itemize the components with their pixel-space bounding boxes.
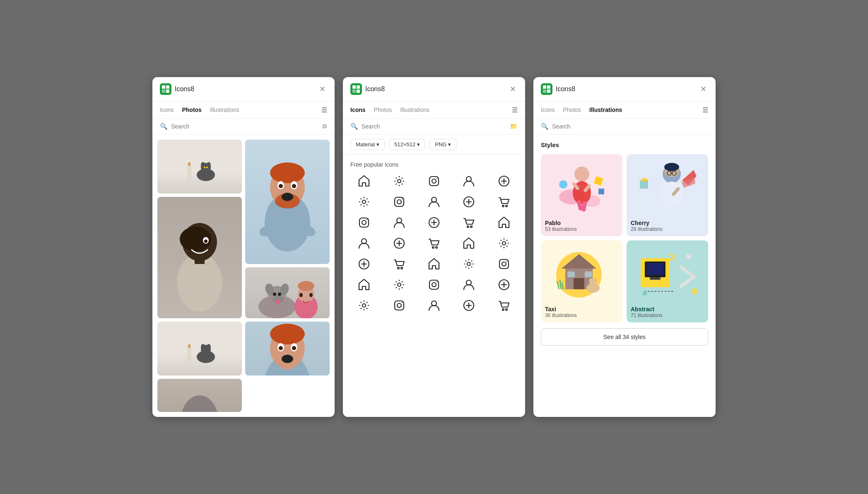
icon-plus5[interactable] [357,257,371,271]
icon-plus1[interactable] [497,174,511,188]
see-all-button[interactable]: See all 34 styles [541,328,708,346]
svg-rect-1 [166,85,169,89]
icon-plus4[interactable] [393,237,406,250]
icon-gear5[interactable] [393,278,406,291]
icon-gear6[interactable] [357,299,371,312]
tab-icons-p3[interactable]: Icons [541,106,555,114]
svg-rect-172 [643,291,647,295]
style-card-cherry[interactable]: Cherry 28 illustrations [627,154,708,236]
tab-icons-p2[interactable]: Icons [350,106,366,114]
tab-illustrations-p1[interactable]: Illustrations [210,106,239,114]
icon-gear3[interactable] [497,237,511,250]
icon-cart5[interactable] [497,299,511,312]
tab-illustrations-p2[interactable]: Illustrations [400,106,429,114]
icon-cart2[interactable] [462,216,475,229]
search-input-p2[interactable] [362,123,510,130]
menu-button-p3[interactable]: ☰ [702,106,708,114]
tab-photos-p1[interactable]: Photos [182,106,201,114]
icon-plus6[interactable] [497,278,511,291]
icon-instagram3[interactable] [357,216,371,229]
icon-instagram2[interactable] [393,195,406,208]
size-filter-btn[interactable]: 512×512 ▾ [389,139,425,150]
svg-point-130 [574,167,589,182]
icon-gear1[interactable] [393,174,406,188]
icon-user6[interactable] [427,299,441,312]
menu-button-p2[interactable]: ☰ [512,106,518,114]
icon-gear4[interactable] [462,257,475,271]
icon-user1[interactable] [462,174,475,188]
svg-point-41 [299,293,303,297]
tab-photos-p3[interactable]: Photos [563,106,581,114]
icon-cart3[interactable] [427,237,441,250]
tab-icons-p1[interactable]: Icons [160,106,174,114]
icon-plus7[interactable] [462,299,475,312]
svg-point-94 [432,247,434,248]
icon-user3[interactable] [393,216,406,229]
icon-home4[interactable] [427,257,441,271]
icon-instagram4[interactable] [497,257,511,271]
svg-point-10 [204,167,205,168]
tab-photos-p2[interactable]: Photos [374,106,392,114]
menu-button-p1[interactable]: ☰ [321,106,327,114]
icon-gear2[interactable] [357,195,371,208]
filter-icon-p1[interactable]: ⚙ [322,123,327,130]
svg-rect-165 [650,277,661,280]
svg-point-88 [467,226,469,228]
tab-illustrations-p3[interactable]: Illustrations [589,106,622,114]
icon-instagram5[interactable] [427,278,441,291]
pablo-info: Pablo 53 illustrations [541,216,622,236]
photo-cell-man3[interactable] [157,379,242,412]
svg-point-157 [589,278,593,283]
icon-home[interactable] [357,174,371,188]
style-card-taxi[interactable]: Taxi 36 illustrations [541,240,622,322]
icon-user5[interactable] [462,278,475,291]
svg-point-19 [279,184,283,188]
photo-cell-dogirl[interactable] [245,267,330,318]
icon-cart1[interactable] [497,195,511,208]
photo-cell-cat2[interactable] [157,322,242,375]
close-button-illus[interactable]: ✕ [699,83,708,95]
icon-instagram1[interactable] [427,174,441,188]
style-filter-btn[interactable]: Material ▾ [350,139,385,150]
photo-cell-man1[interactable] [245,140,330,264]
search-input-p3[interactable] [552,123,708,130]
photo-cell-man2[interactable] [245,322,330,375]
icon-plus2[interactable] [462,195,475,208]
folder-icon-p2[interactable]: 📁 [510,123,518,130]
svg-point-20 [292,184,296,188]
svg-rect-59 [352,85,356,89]
close-button[interactable]: ✕ [318,83,327,95]
search-input-p1[interactable] [171,123,322,130]
svg-rect-3 [166,90,169,93]
icon-home2[interactable] [497,216,511,229]
close-button-icons[interactable]: ✕ [508,83,518,95]
photo-cell-cat1[interactable] [157,140,242,194]
taxi-count: 36 illustrations [545,312,618,318]
svg-rect-148 [641,178,647,182]
svg-point-57 [282,355,293,363]
icon-home5[interactable] [357,278,371,291]
svg-rect-62 [357,90,360,93]
icon-cart4[interactable] [393,257,406,271]
style-card-abstract[interactable]: Abstract 71 illustrations [627,240,708,322]
icon-instagram6[interactable] [393,299,406,312]
logo-area-icons: Icons8 [350,83,385,95]
svg-rect-2 [162,90,165,93]
photo-cell-blackman[interactable] [157,197,242,318]
panel-header-illus: Icons8 ✕ [533,77,716,102]
icon-home3[interactable] [462,237,475,250]
nav-tabs-icons: Icons Photos Illustrations ☰ [343,102,525,119]
search-bar-p3: 🔍 [533,119,716,135]
style-card-pablo[interactable]: Pablo 53 illustrations [541,154,622,236]
section-title: Free popular icons [350,161,518,168]
svg-point-29 [204,240,207,243]
icon-user2[interactable] [427,195,441,208]
logo-text-illus: Icons8 [556,85,575,93]
icon-user4[interactable] [357,237,371,250]
svg-rect-153 [567,271,575,277]
svg-rect-154 [585,271,592,277]
format-filter-btn[interactable]: PNG ▾ [429,139,456,150]
svg-point-80 [506,205,507,207]
icons-section: Free popular icons [343,155,525,417]
icon-plus3[interactable] [427,216,441,229]
